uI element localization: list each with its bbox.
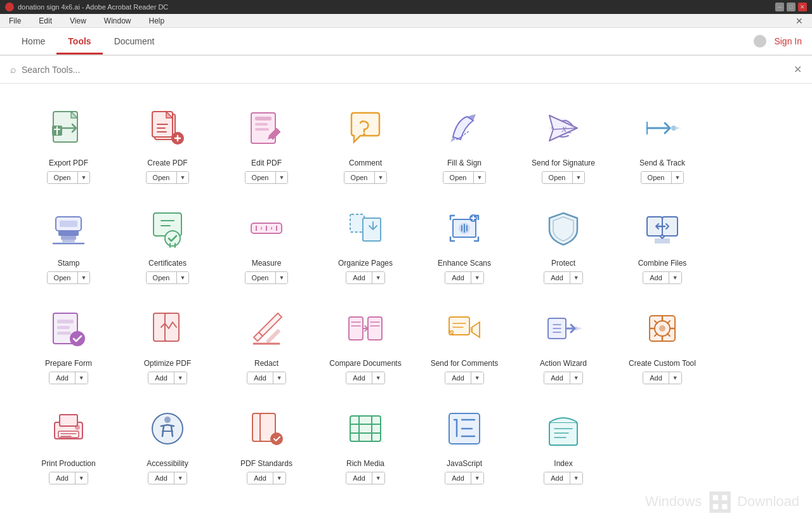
search-clear-icon[interactable]: ✕	[794, 63, 802, 75]
svg-point-56	[581, 328, 582, 329]
accessibility-add-button[interactable]: Add	[148, 472, 174, 484]
tool-organize-pages: Organize Pages Add ▼	[321, 203, 410, 284]
rich-media-add-button[interactable]: Add	[346, 472, 372, 484]
optimize-pdf-add-button[interactable]: Add	[148, 372, 174, 384]
create-custom-dropdown-button[interactable]: ▼	[669, 372, 681, 384]
edit-pdf-open-button[interactable]: Open	[246, 172, 276, 183]
stamp-open-button[interactable]: Open	[48, 272, 78, 283]
create-pdf-open-button[interactable]: Open	[147, 172, 177, 183]
svg-rect-17	[62, 240, 75, 242]
tab-home[interactable]: Home	[10, 30, 56, 55]
measure-open-button[interactable]: Open	[246, 272, 276, 283]
certificates-open-button[interactable]: Open	[147, 272, 177, 283]
titlebar: donation sign 4x6.ai - Adobe Acrobat Rea…	[0, 0, 812, 14]
send-track-icon	[637, 103, 688, 153]
edit-pdf-dropdown-button[interactable]: ▼	[276, 172, 288, 183]
tool-protect: Protect Add ▼	[519, 203, 608, 284]
menu-view[interactable]: View	[66, 15, 90, 27]
compare-documents-add-button[interactable]: Add	[346, 372, 372, 384]
svg-point-62	[659, 325, 665, 332]
measure-dropdown-button[interactable]: ▼	[276, 272, 288, 283]
enhance-scans-icon	[439, 203, 490, 254]
redact-add-button[interactable]: Add	[247, 372, 273, 384]
print-production-add-button[interactable]: Add	[49, 472, 75, 484]
svg-point-55	[578, 327, 580, 330]
send-track-dropdown-button[interactable]: ▼	[672, 172, 684, 183]
maximize-button[interactable]: □	[787, 3, 796, 11]
svg-rect-6	[255, 117, 272, 120]
svg-point-13	[679, 127, 681, 129]
rich-media-dropdown-button[interactable]: ▼	[372, 472, 384, 484]
svg-point-68	[164, 417, 171, 423]
tab-document[interactable]: Document	[103, 30, 166, 55]
svg-text:x_: x_	[561, 123, 572, 134]
tool-optimize-pdf: Optimize PDF Add ▼	[123, 303, 212, 384]
organize-pages-label: Organize Pages	[338, 259, 393, 268]
sign-in-button[interactable]: Sign In	[774, 36, 802, 46]
stamp-dropdown-button[interactable]: ▼	[78, 272, 90, 283]
create-pdf-dropdown-button[interactable]: ▼	[177, 172, 189, 183]
comment-dropdown-button[interactable]: ▼	[375, 172, 387, 183]
index-label: Index	[554, 459, 572, 468]
send-comments-icon	[439, 303, 490, 354]
pdf-standards-add-button[interactable]: Add	[247, 472, 273, 484]
index-add-button[interactable]: Add	[544, 472, 570, 484]
minimize-button[interactable]: –	[775, 3, 784, 11]
combine-files-dropdown-button[interactable]: ▼	[669, 272, 681, 283]
javascript-add-button[interactable]: Add	[445, 472, 471, 484]
export-pdf-open-button[interactable]: Open	[48, 172, 78, 183]
combine-files-add-button[interactable]: Add	[643, 272, 669, 283]
prepare-form-add-button[interactable]: Add	[49, 372, 75, 384]
menu-file[interactable]: File	[5, 15, 25, 27]
send-comments-add-button[interactable]: Add	[445, 372, 471, 384]
send-comments-dropdown-button[interactable]: ▼	[471, 372, 483, 384]
tool-send-for-signature: x_ Send for Signature Open ▼	[519, 103, 608, 184]
measure-btn-group: Open ▼	[245, 271, 289, 284]
create-custom-tool-label: Create Custom Tool	[629, 359, 696, 368]
create-custom-add-button[interactable]: Add	[643, 372, 669, 384]
prepare-form-btn-group: Add ▼	[49, 372, 88, 384]
menu-help[interactable]: Help	[145, 15, 169, 27]
enhance-scans-add-button[interactable]: Add	[445, 272, 471, 283]
redact-dropdown-button[interactable]: ▼	[273, 372, 285, 384]
action-wizard-dropdown-button[interactable]: ▼	[570, 372, 582, 384]
watermark: Windows ⊞ Download	[645, 484, 799, 519]
send-signature-open-button[interactable]: Open	[542, 172, 573, 183]
organize-pages-dropdown-button[interactable]: ▼	[372, 272, 384, 283]
send-signature-btn-group: Open ▼	[542, 171, 586, 184]
index-dropdown-button[interactable]: ▼	[570, 472, 582, 484]
organize-pages-add-button[interactable]: Add	[346, 272, 372, 283]
menu-window[interactable]: Window	[100, 15, 135, 27]
tab-tools[interactable]: Tools	[56, 30, 102, 55]
close-button[interactable]: ✕	[798, 3, 807, 11]
send-signature-dropdown-button[interactable]: ▼	[573, 172, 585, 183]
action-wizard-add-button[interactable]: Add	[544, 372, 570, 384]
tools-grid: Export PDF Open ▼ Create PDF Open	[19, 96, 793, 497]
svg-rect-64	[60, 415, 77, 426]
accessibility-dropdown-button[interactable]: ▼	[174, 472, 187, 484]
optimize-pdf-dropdown-button[interactable]: ▼	[174, 372, 187, 384]
svg-rect-38	[57, 332, 71, 335]
fill-sign-dropdown-button[interactable]: ▼	[474, 172, 486, 183]
print-production-btn-group: Add ▼	[49, 472, 88, 484]
action-wizard-icon	[538, 303, 589, 354]
fill-sign-open-button[interactable]: Open	[443, 172, 474, 183]
protect-dropdown-button[interactable]: ▼	[570, 272, 582, 283]
search-input[interactable]	[22, 65, 789, 75]
compare-documents-btn-group: Add ▼	[346, 372, 385, 384]
profile-icon[interactable]	[754, 35, 766, 48]
enhance-scans-dropdown-button[interactable]: ▼	[471, 272, 483, 283]
compare-documents-dropdown-button[interactable]: ▼	[372, 372, 384, 384]
print-production-dropdown-button[interactable]: ▼	[75, 472, 88, 484]
javascript-dropdown-button[interactable]: ▼	[471, 472, 483, 484]
protect-add-button[interactable]: Add	[544, 272, 570, 283]
export-pdf-dropdown-button[interactable]: ▼	[78, 172, 90, 183]
pdf-standards-dropdown-button[interactable]: ▼	[273, 472, 285, 484]
accessibility-btn-group: Add ▼	[148, 472, 187, 484]
certificates-dropdown-button[interactable]: ▼	[177, 272, 189, 283]
prepare-form-dropdown-button[interactable]: ▼	[75, 372, 88, 384]
send-track-open-button[interactable]: Open	[641, 172, 672, 183]
panel-close-icon[interactable]: ✕	[792, 15, 807, 27]
comment-open-button[interactable]: Open	[344, 172, 375, 183]
menu-edit[interactable]: Edit	[35, 15, 56, 27]
